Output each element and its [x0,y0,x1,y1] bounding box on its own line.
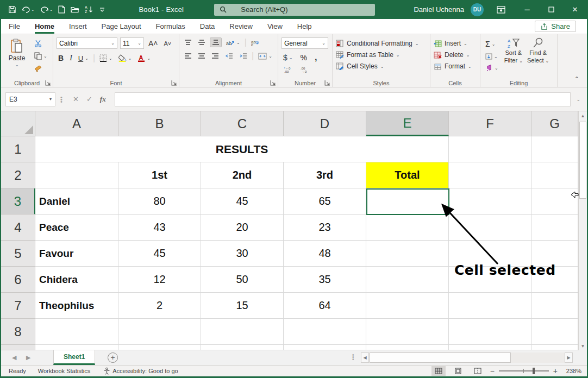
tab-data[interactable]: Data [200,20,215,34]
insert-function-icon[interactable]: fx [100,95,106,104]
cell-partial[interactable] [118,345,201,350]
search-input[interactable]: Search (Alt+Q) [214,4,375,16]
cell-D4[interactable]: 23 [284,215,366,241]
cell-A4[interactable]: Peace [35,215,118,241]
cell-C4[interactable]: 20 [201,215,284,241]
tab-file[interactable]: File [9,20,20,34]
row-header-6[interactable]: 6 [1,267,35,293]
normal-view-button[interactable] [431,366,446,376]
formula-bar-splitter[interactable]: ••• [59,96,64,103]
orientation-button[interactable]: ab ⌄ [224,38,242,47]
format-painter-button[interactable] [33,64,49,73]
format-cells-button[interactable]: Format⌄ [434,62,478,70]
font-color-button[interactable]: A ⌄ [136,53,152,63]
next-sheet-icon[interactable]: ▶ [26,354,30,361]
cell-A3[interactable]: Daniel [35,188,118,215]
close-button[interactable]: ✕ [563,0,587,19]
column-header-C[interactable]: C [201,111,284,136]
cell-F2[interactable] [449,162,531,188]
comma-style-button[interactable]: , [313,52,318,64]
customize-qat-icon[interactable] [97,6,107,14]
paste-button[interactable]: Paste ⌄ [4,37,29,73]
add-sheet-icon[interactable]: + [108,352,118,363]
cell-E4[interactable] [366,215,449,241]
number-dialog-launcher-icon[interactable] [324,80,330,86]
row-header-5[interactable]: 5 [1,241,35,267]
cell-B4[interactable]: 43 [118,215,201,241]
conditional-formatting-button[interactable]: Conditional Formatting⌄ [336,40,428,47]
copy-button[interactable]: ⌄ [33,51,49,61]
cell-B6[interactable]: 12 [118,267,201,293]
tab-help[interactable]: Help [297,20,312,34]
cell-G4[interactable] [531,215,578,241]
cell-B7[interactable]: 2 [118,293,201,319]
column-header-B[interactable]: B [118,111,201,136]
cell-A8[interactable] [35,319,118,345]
cell-F8[interactable] [449,319,531,345]
horizontal-scroll-thumb[interactable] [370,352,511,363]
sheet-tab-sheet1[interactable]: Sheet1 [53,350,95,365]
sort-ascending-icon[interactable]: AZ [83,4,95,15]
middle-align-button[interactable] [196,38,207,47]
cell-C8[interactable] [201,319,284,345]
cell-A6[interactable]: Chidera [35,267,118,293]
cell-B8[interactable] [118,319,201,345]
column-header-F[interactable]: F [449,111,531,136]
bold-button[interactable]: B [57,53,65,64]
page-break-preview-button[interactable] [471,366,485,376]
cell-G7[interactable] [531,293,578,319]
borders-button[interactable]: ⌄ [98,53,114,63]
redo-caret-icon[interactable]: ⌄ [49,7,53,12]
workbook-statistics-button[interactable]: Workbook Statistics [38,368,90,374]
cell-B3[interactable]: 80 [118,188,201,215]
tab-insert[interactable]: Insert [69,20,87,34]
new-file-icon[interactable] [57,4,67,15]
cancel-formula-icon[interactable]: ✕ [73,95,79,103]
top-align-button[interactable] [183,38,193,47]
cell-D5[interactable]: 48 [284,241,366,267]
cell-partial[interactable] [35,345,118,350]
row-header-4[interactable]: 4 [1,215,35,241]
undo-button[interactable]: ⌄ [20,5,36,15]
cell-merged-title[interactable]: RESULTS [35,136,449,162]
cell-F1[interactable] [449,136,531,162]
row-header-7[interactable]: 7 [1,293,35,319]
previous-sheet-icon[interactable]: ◀ [12,354,16,361]
cut-button[interactable] [33,39,49,48]
zoom-level[interactable]: 238% [563,368,581,374]
tab-review[interactable]: Review [229,20,253,34]
cell-C6[interactable]: 50 [201,267,284,293]
open-file-icon[interactable] [69,5,81,14]
column-header-D[interactable]: D [284,111,366,136]
cell-styles-button[interactable]: Cell Styles⌄ [336,62,428,70]
accessibility-status[interactable]: Accessibility: Good to go [103,367,178,375]
scroll-left-icon[interactable]: ◀ [361,352,369,363]
alignment-dialog-launcher-icon[interactable] [270,80,276,86]
tab-formulas[interactable]: Formulas [156,20,185,34]
increase-indent-button[interactable] [237,52,249,60]
vertical-scroll-thumb[interactable] [579,122,586,199]
autosum-button[interactable]: Σ⌄ [484,39,500,49]
cell-E7[interactable] [366,293,449,319]
cell-E5[interactable] [366,241,449,267]
cell-E6[interactable] [366,267,449,293]
sort-filter-button[interactable]: AZ Sort &Filter ⌄ [504,37,523,72]
row-header-1[interactable]: 1 [1,136,35,162]
ribbon-display-options-icon[interactable] [497,6,505,14]
align-right-button[interactable] [210,52,221,60]
redo-button[interactable]: ⌄ [39,5,55,15]
zoom-slider[interactable] [499,370,549,371]
clear-button[interactable]: ⌄ [484,64,500,72]
cell-G1[interactable] [531,136,578,162]
avatar[interactable]: DU [471,3,484,16]
number-format-select[interactable]: General⌄ [282,37,328,49]
fill-button[interactable]: ⌄ [484,52,500,61]
cell-D6[interactable]: 35 [284,267,366,293]
align-left-button[interactable] [183,52,193,60]
selected-cell-outline[interactable] [366,188,449,215]
cell-A2[interactable] [35,162,118,188]
cell-B5[interactable]: 45 [118,241,201,267]
cell-F7[interactable] [449,293,531,319]
scroll-down-icon[interactable]: ▼ [579,342,587,350]
cell-partial[interactable] [284,345,366,350]
